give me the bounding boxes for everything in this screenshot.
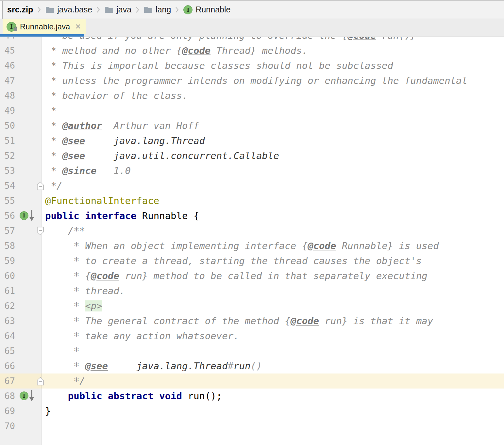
code-token-tag: @see [62, 150, 85, 161]
code-token-plain: Runnable { [136, 210, 199, 221]
breadcrumb-item-runnable[interactable]: IRunnable [181, 5, 232, 14]
code-line[interactable]: 44 * be used if you are only planning to… [0, 37, 504, 43]
chevron-right-icon [95, 6, 102, 13]
code-line[interactable]: 66 * @see java.lang.Thread#run() [0, 358, 504, 373]
code-line[interactable]: 61 * thread. [0, 283, 504, 298]
line-number: 51 [0, 133, 15, 148]
code-line[interactable]: 67 */ [0, 373, 504, 389]
code-token-c: * [45, 105, 57, 116]
code-line[interactable]: 59 * to create a thread, starting the th… [0, 253, 504, 268]
code-line[interactable]: 68I public abstract void run(); [0, 389, 504, 404]
breadcrumb-item-java.base[interactable]: java.base [43, 5, 94, 14]
code-line-text[interactable]: * unless the programmer intends on modif… [42, 73, 504, 88]
code-line-text[interactable]: * be used if you are only planning to ov… [42, 37, 504, 43]
implementations-arrow-icon[interactable] [29, 389, 35, 403]
fold-marker-icon[interactable] [37, 182, 44, 190]
code-line-text[interactable]: * When an object implementing interface … [42, 238, 504, 253]
line-number: 49 [0, 103, 15, 118]
folder-icon [144, 6, 153, 13]
code-line[interactable]: 54 */ [0, 178, 504, 193]
code-line-text[interactable]: * @since 1.0 [42, 163, 504, 178]
code-line-text[interactable]: */ [42, 178, 504, 193]
fold-marker-icon[interactable] [37, 227, 44, 235]
interface-icon: I [183, 5, 193, 14]
code-line[interactable]: 60 * {@code run} method to be called in … [0, 268, 504, 283]
code-token-tag: @code [91, 270, 119, 281]
code-line[interactable]: 46 * This is important because classes s… [0, 58, 504, 73]
code-editor[interactable]: 44 * be used if you are only planning to… [0, 37, 504, 445]
line-number: 44 [0, 37, 15, 43]
code-line[interactable]: 53 * @since 1.0 [0, 163, 504, 178]
code-token-c: run} method to be called in that separat… [119, 270, 428, 281]
code-line-text[interactable]: * method and no other {@code Thread} met… [42, 43, 504, 58]
line-number: 61 [0, 283, 15, 298]
code-token-val: java.util.concurrent.Callable [114, 150, 279, 161]
window-edge-divider [0, 1, 3, 19]
line-number: 46 [0, 58, 15, 73]
code-line[interactable]: 49 * [0, 103, 504, 118]
interface-letter: I [10, 23, 13, 30]
code-line[interactable]: 57 /** [0, 223, 504, 238]
implementations-arrow-icon[interactable] [29, 209, 35, 223]
line-number: 67 [0, 373, 15, 389]
code-line-text[interactable] [42, 419, 504, 434]
code-line-text[interactable]: * @see java.lang.Thread [42, 133, 504, 148]
breadcrumb-items: src.zipjava.basejavalangIRunnable [3, 1, 232, 19]
tab-runnable-java[interactable]: I Runnable.java ✕ [3, 19, 86, 34]
code-line[interactable]: 64 * take any action whatsoever. [0, 328, 504, 343]
code-line[interactable]: 69} [0, 404, 504, 419]
code-line-text[interactable]: * {@code run} method to be called in tha… [42, 268, 504, 283]
code-line-text[interactable]: * @see java.util.concurrent.Callable [42, 148, 504, 163]
code-token-plain: run(); [182, 390, 222, 402]
code-token-tag: @code [291, 315, 319, 326]
code-line-text[interactable]: * thread. [42, 283, 504, 298]
code-line[interactable]: 55@FunctionalInterface [0, 193, 504, 208]
fold-marker-icon[interactable] [37, 377, 44, 386]
code-line-text[interactable]: * <p> [42, 298, 504, 313]
code-line[interactable]: 47 * unless the programmer intends on mo… [0, 73, 504, 88]
code-line[interactable]: 62 * <p> [0, 298, 504, 313]
breadcrumb-item-src.zip[interactable]: src.zip [5, 5, 35, 14]
code-token-c: * [45, 300, 85, 311]
code-line[interactable]: 52 * @see java.util.concurrent.Callable [0, 148, 504, 163]
code-line-text[interactable]: * take any action whatsoever. [42, 328, 504, 343]
code-line[interactable]: 63 * The general contract of the method … [0, 313, 504, 328]
line-number: 60 [0, 268, 15, 283]
code-line[interactable]: 65 * [0, 343, 504, 358]
chevron-right-icon [174, 6, 181, 13]
code-line-text[interactable]: /** [42, 223, 504, 238]
interface-implementations-icon[interactable]: I [20, 211, 28, 220]
code-line-text[interactable]: */ [42, 373, 504, 389]
code-line[interactable]: 58 * When an object implementing interfa… [0, 238, 504, 253]
code-line[interactable]: 70 [0, 419, 504, 434]
folder-icon [45, 6, 54, 13]
breadcrumb-item-java[interactable]: java [103, 5, 133, 14]
gutter: 64 [0, 328, 42, 343]
code-line-text[interactable]: public abstract void run(); [42, 389, 504, 404]
code-line-text[interactable]: * behavior of the class. [42, 88, 504, 103]
code-token-tag: @code [308, 240, 336, 251]
code-line[interactable]: 51 * @see java.lang.Thread [0, 133, 504, 148]
code-line-text[interactable]: * The general contract of the method {@c… [42, 313, 504, 328]
breadcrumb-item-label: java [116, 5, 131, 14]
code-token-c: * [45, 360, 85, 372]
code-line-text[interactable]: * @author Arthur van Hoff [42, 118, 504, 133]
tab-close-icon[interactable]: ✕ [75, 23, 81, 31]
code-line[interactable]: 45 * method and no other {@code Thread} … [0, 43, 504, 58]
code-line-text[interactable]: public interface Runnable { [42, 208, 504, 223]
breadcrumb-item-lang[interactable]: lang [142, 5, 173, 14]
code-line[interactable]: 50 * @author Arthur van Hoff [0, 118, 504, 133]
code-line-text[interactable]: * @see java.lang.Thread#run() [42, 358, 504, 373]
interface-implementations-icon[interactable]: I [20, 391, 28, 400]
code-line[interactable]: 48 * behavior of the class. [0, 88, 504, 103]
code-line-text[interactable]: * This is important because classes shou… [42, 58, 504, 73]
code-line-text[interactable]: @FunctionalInterface [42, 193, 504, 208]
code-line-text[interactable]: } [42, 404, 504, 419]
code-line-text[interactable]: * to create a thread, starting the threa… [42, 253, 504, 268]
code-line-text[interactable]: * [42, 343, 504, 358]
code-line-text[interactable]: * [42, 103, 504, 118]
code-token-c: * behavior of the class. [45, 90, 188, 101]
code-token-tag: @see [85, 360, 108, 372]
code-line[interactable]: 56Ipublic interface Runnable { [0, 208, 504, 223]
line-number: 69 [0, 404, 15, 419]
